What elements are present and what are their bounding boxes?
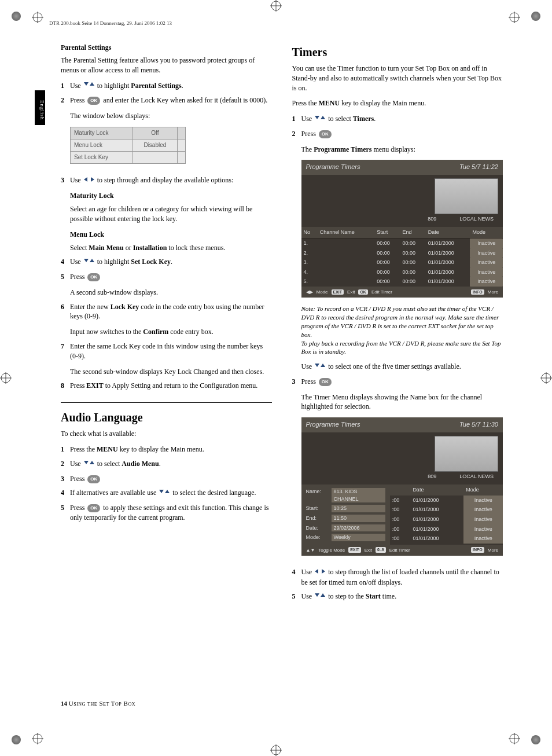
language-tab: English	[35, 90, 45, 125]
step-text: Use to step through and display the avai…	[70, 175, 272, 186]
step-number: 3	[61, 175, 70, 253]
crop-mark-icon	[32, 12, 43, 23]
left-right-icon	[315, 568, 325, 578]
left-right-icon	[84, 176, 94, 186]
crop-mark-icon	[0, 372, 12, 384]
ss-title: Programme Timers	[306, 163, 360, 171]
ss-footer: ◀▶ Mode EXIT Exit OK Edit TimerINFO More	[301, 287, 503, 298]
page-content: Parental Settings The Parental Setting f…	[61, 43, 503, 713]
step-text: If alternatives are available use to sel…	[70, 488, 272, 498]
section-divider	[61, 402, 272, 403]
svg-marker-29	[90, 259, 94, 262]
timers-heading: Timers	[292, 46, 503, 59]
table-cell	[133, 151, 177, 163]
ok-button-icon: OK	[319, 378, 332, 386]
up-down-icon	[315, 362, 325, 372]
step-text: The second sub-window displays Key Lock …	[70, 367, 272, 377]
step-text: Use to step through the list of loaded c…	[301, 567, 503, 587]
step-text: Press OK	[301, 377, 503, 387]
parental-menu-table: Maturity LockOff Menu LockDisabled Set L…	[70, 127, 186, 164]
step-number: 2	[61, 96, 70, 171]
ss-datetime: Tue 5/7 11:22	[459, 163, 498, 171]
step-number: 1	[292, 114, 301, 124]
timers-intro: You can use the Timer function to turn y…	[292, 64, 503, 93]
up-down-icon	[315, 115, 325, 124]
svg-marker-36	[315, 364, 319, 367]
crop-dot	[531, 735, 540, 744]
ss-timer-detail: Name:813. KIDS CHANNEL Start:10:25 End:1…	[301, 485, 390, 545]
crop-mark-icon	[540, 372, 552, 384]
step-text: Press the MENU key to display the Main m…	[70, 445, 272, 454]
crop-mark-icon	[32, 733, 43, 744]
table-row: :0001/01/2000Inactive	[390, 496, 503, 505]
svg-marker-37	[321, 364, 325, 367]
step-text: Use to select Timers.	[301, 114, 503, 124]
svg-marker-25	[90, 82, 94, 86]
svg-marker-31	[90, 461, 94, 464]
step-text: Use to step to the Start time.	[301, 592, 503, 602]
crop-dot	[531, 12, 540, 21]
svg-marker-24	[84, 82, 89, 86]
step-text: Use to select one of the five timer sett…	[301, 362, 503, 372]
ok-button-icon: OK	[87, 97, 100, 105]
table-row: :0001/01/2000Inactive	[390, 515, 503, 524]
step-text: Use to highlight Set Lock Key.	[70, 257, 272, 267]
step-text: Input now switches to the Confirm code e…	[70, 327, 272, 337]
ok-button-icon: OK	[87, 475, 100, 483]
up-down-icon	[84, 81, 94, 91]
step-text: The Timer Menu displays showing the Name…	[301, 392, 503, 412]
step-number: 3	[292, 377, 301, 563]
step-number: 5	[61, 503, 70, 523]
maturity-lock-text: Select an age for children or a category…	[70, 204, 272, 224]
table-row: :0001/01/2000Inactive	[390, 505, 503, 515]
ok-button-icon: OK	[87, 504, 100, 512]
crop-dot	[12, 735, 21, 744]
timer-note: Note: To record on a VCR / DVD R you mus…	[301, 304, 503, 356]
table-row: 5.00:0000:0001/01/2000Inactive	[301, 277, 503, 287]
up-down-icon	[84, 258, 94, 267]
timers-press-menu: Press the MENU key to display the Main m…	[292, 98, 503, 108]
step-text: Enter the new Lock Key code in the code …	[70, 302, 272, 322]
crop-mark-icon	[270, 744, 282, 756]
step-number: 7	[61, 342, 70, 376]
table-row: :0001/01/2000Inactive	[390, 534, 503, 544]
menu-lock-text: Select Main Menu or Installation to lock…	[70, 243, 272, 253]
table-row: 2.00:0000:0001/01/2000Inactive	[301, 248, 503, 258]
step-text: Use to select Audio Menu.	[70, 459, 272, 469]
step-number: 4	[61, 488, 70, 498]
step-number: 8	[61, 381, 70, 391]
svg-marker-41	[321, 593, 325, 597]
step-text: Press EXIT to Apply Setting and return t…	[70, 381, 272, 391]
ss-footer: ▲▼ Toggle Mode EXIT Exit 0..9 Edit Timer…	[301, 545, 503, 556]
svg-marker-30	[84, 461, 89, 464]
svg-marker-35	[321, 116, 325, 119]
ss-preview-image	[435, 178, 498, 214]
crop-mark-icon	[270, 0, 282, 12]
table-cell: Menu Lock	[71, 139, 133, 151]
ss-timer-table: NoChannel NameStartEndDateMode 1.00:0000…	[301, 227, 503, 287]
ss-channel-number: 809	[428, 473, 436, 480]
step-number: 4	[292, 567, 301, 587]
ss-timer-table: DateMode :0001/01/2000Inactive:0001/01/2…	[390, 485, 503, 544]
ok-button-icon: OK	[319, 130, 332, 138]
crop-mark-icon	[509, 12, 520, 23]
ss-channel-name: LOCAL NEWS	[459, 473, 494, 480]
table-row: 3.00:0000:0001/01/2000Inactive	[301, 258, 503, 267]
table-cell: Set Lock Key	[71, 151, 133, 163]
timers-steps: 1Use to select Timers. 2 Press OK The Pr…	[292, 114, 503, 602]
parental-steps: 1 Use to highlight Parental Settings. 2 …	[61, 81, 272, 391]
step-text: Enter the same Lock Key code in this win…	[70, 342, 272, 361]
parental-heading: Parental Settings	[61, 43, 272, 52]
left-column: Parental Settings The Parental Setting f…	[61, 43, 272, 713]
audio-heading: Audio Language	[61, 411, 272, 424]
ss-title: Programme Timers	[306, 420, 360, 429]
crop-mark-icon	[509, 733, 520, 744]
table-cell: Disabled	[133, 139, 177, 151]
page-footer: 14 Using the Set Top Box	[61, 700, 135, 707]
table-row: 4.00:0000:0001/01/2000Inactive	[301, 267, 503, 277]
ss-datetime: Tue 5/7 11:30	[459, 420, 498, 429]
svg-marker-32	[159, 490, 164, 493]
ss-channel-name: LOCAL NEWS	[459, 215, 494, 223]
table-row: 1.00:0000:0001/01/2000Inactive	[301, 238, 503, 248]
step-text: Press OK to apply these settings and exi…	[70, 503, 272, 523]
